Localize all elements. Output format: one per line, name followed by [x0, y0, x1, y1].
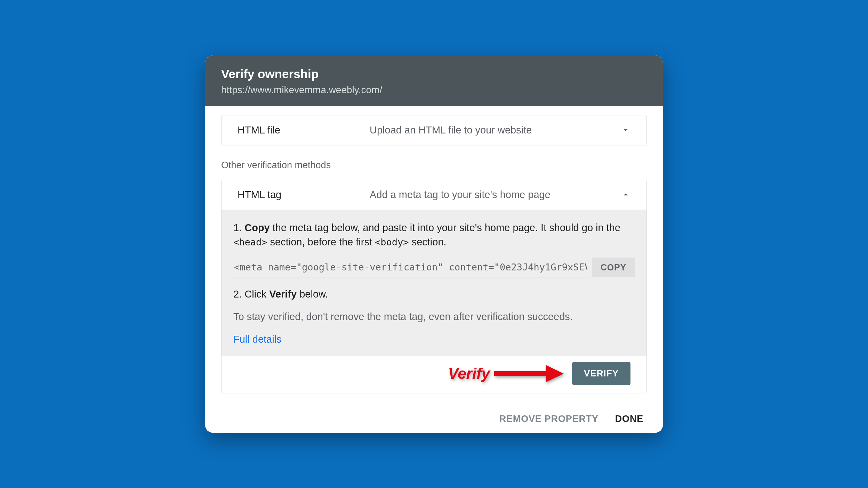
html-file-card-header[interactable]: HTML file Upload an HTML file to your we…	[222, 115, 646, 145]
step-2-text: 2. Click Verify below.	[233, 287, 635, 301]
step2-bold: Verify	[269, 288, 297, 300]
stay-verified-text: To stay verified, don't remove the meta …	[233, 310, 635, 324]
meta-tag-input[interactable]	[233, 258, 588, 277]
method-desc: Add a meta tag to your site's home page	[370, 189, 614, 201]
other-methods-label: Other verification methods	[221, 160, 647, 171]
html-tag-card-body: 1. Copy the meta tag below, and paste it…	[222, 210, 646, 357]
full-details-link[interactable]: Full details	[233, 332, 282, 347]
step1-mid1: the meta tag below, and paste it into yo…	[270, 222, 620, 233]
verify-ownership-dialog: Verify ownership https://www.mikevemma.w…	[205, 55, 663, 433]
html-tag-card: HTML tag Add a meta tag to your site's h…	[221, 180, 647, 393]
dialog-subtitle: https://www.mikevemma.weebly.com/	[221, 84, 647, 96]
dialog-header: Verify ownership https://www.mikevemma.w…	[205, 55, 663, 106]
step2-prefix: 2. Click	[233, 288, 269, 300]
copy-button[interactable]: COPY	[592, 258, 635, 277]
dialog-body: HTML file Upload an HTML file to your we…	[205, 106, 663, 405]
verify-button[interactable]: VERIFY	[572, 362, 630, 385]
step1-code1: <head>	[233, 237, 267, 247]
dialog-title: Verify ownership	[221, 67, 647, 81]
step1-code2: <body>	[375, 237, 409, 247]
dialog-footer: REMOVE PROPERTY DONE	[205, 405, 663, 433]
arrow-right-icon	[494, 364, 564, 383]
meta-tag-row: COPY	[233, 258, 635, 277]
remove-property-button[interactable]: REMOVE PROPERTY	[499, 414, 598, 424]
step1-mid2: section, before the first	[267, 236, 375, 247]
chevron-down-icon	[621, 125, 630, 135]
html-file-card: HTML file Upload an HTML file to your we…	[221, 115, 647, 145]
annotation-label: Verify	[448, 365, 490, 382]
method-name: HTML file	[238, 124, 370, 136]
step1-suffix: section.	[409, 236, 447, 247]
step2-suffix: below.	[297, 288, 328, 300]
done-button[interactable]: DONE	[615, 414, 643, 424]
step-1-text: 1. Copy the meta tag below, and paste it…	[233, 221, 635, 249]
svg-marker-1	[546, 365, 564, 382]
step1-prefix: 1.	[233, 222, 244, 233]
method-name: HTML tag	[238, 189, 370, 201]
verify-annotation: Verify	[448, 364, 564, 383]
step1-bold: Copy	[244, 222, 270, 233]
chevron-up-icon	[621, 190, 630, 200]
method-desc: Upload an HTML file to your website	[370, 124, 614, 136]
html-tag-card-header[interactable]: HTML tag Add a meta tag to your site's h…	[222, 180, 646, 210]
svg-rect-0	[494, 371, 546, 376]
verify-row: Verify VERIFY	[222, 356, 646, 393]
